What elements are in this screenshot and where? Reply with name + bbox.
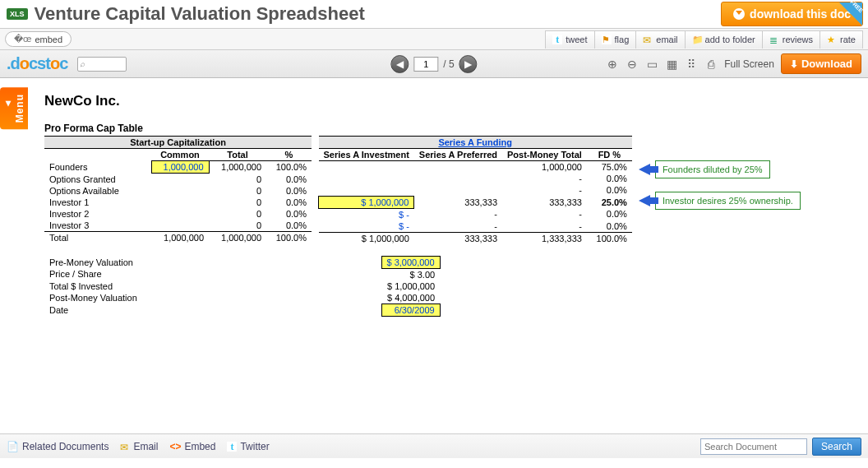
document-viewport[interactable]: NewCo Inc. Pro Forma Cap Table Start-up … [0, 78, 868, 433]
twitter-icon: t [552, 35, 562, 44]
row-options-granted: Options Granted00.0% [44, 174, 312, 185]
thumbnails-icon[interactable]: ⠿ [685, 58, 698, 71]
twitter-label: Twitter [240, 441, 269, 452]
folder-icon [692, 35, 702, 44]
download-this-doc-label: download this doc [750, 7, 851, 21]
title-bar: XLS Venture Capital Valuation Spreadshee… [0, 0, 868, 29]
col-seriesa-inv: Series A Investment [319, 149, 414, 161]
viewer-toolbar: .docstoc ⌕ ◀ / 5 ▶ ⊕ ⊖ ▭ ▦ ⠿ ⎙ Full Scre… [0, 50, 868, 78]
star-icon [827, 35, 837, 44]
startup-cap-table: Start-up Capitalization Common Total % F… [44, 136, 312, 243]
row-investor2: Investor 200.0% [44, 208, 312, 220]
note-founders-diluted: Founders diluted by 25% [655, 160, 770, 178]
arrow-left-icon [639, 195, 650, 206]
rate-label: rate [840, 35, 856, 44]
action-strip: �œ embed ttweet flag email add to folder… [0, 29, 868, 50]
download-this-doc-button[interactable]: download this doc FREE [721, 2, 863, 26]
embed-label: embed [35, 35, 62, 44]
search-document-input[interactable] [700, 438, 807, 455]
free-ribbon: FREE [839, 2, 862, 25]
embed-button[interactable]: �œ embed [5, 31, 72, 47]
menu-side-tab[interactable]: Menu [0, 87, 28, 129]
docstoc-logo[interactable]: .docstoc [7, 54, 67, 73]
section-seriesa-header[interactable]: Series A Funding [319, 137, 632, 149]
twitter-link[interactable]: tTwitter [227, 441, 269, 452]
link-icon: �œ [14, 34, 31, 44]
series-a-table: Series A Funding Series A Investment Ser… [318, 136, 632, 244]
row-founders: Founders 1,000,000 1,000,000 100.0% [44, 161, 312, 174]
twitter-icon: t [227, 442, 237, 452]
flag-button[interactable]: flag [594, 30, 637, 49]
related-documents-link[interactable]: 📄Related Documents [7, 441, 108, 452]
row-investor1: Investor 100.0% [44, 197, 312, 208]
col-fd: FD % [587, 149, 632, 161]
two-page-icon[interactable]: ▦ [665, 58, 678, 71]
tweet-button[interactable]: ttweet [545, 30, 594, 49]
flag-label: flag [615, 35, 630, 44]
email-button[interactable]: email [635, 30, 685, 49]
prev-page-button[interactable]: ◀ [390, 55, 409, 73]
document-page: NewCo Inc. Pro Forma Cap Table Start-up … [44, 93, 848, 317]
section-startup-header: Start-up Capitalization [44, 137, 312, 149]
reviews-label: reviews [783, 35, 813, 44]
fullscreen-button[interactable]: Full Screen [724, 58, 774, 70]
tweet-label: tweet [566, 35, 587, 44]
page-total: / 5 [443, 58, 454, 70]
bottom-bar: 📄Related Documents Email <>Embed tTwitte… [0, 433, 868, 458]
page-number-input[interactable] [413, 57, 438, 72]
rate-button[interactable]: rate [820, 30, 863, 49]
related-label: Related Documents [22, 441, 108, 452]
row-options-available: Options Available00.0% [44, 185, 312, 197]
note-investor-desires: Investor desires 25% ownership. [655, 192, 801, 210]
col-pct: % [266, 149, 312, 161]
col-seriesa-pref: Series A Preferred [414, 149, 502, 161]
row-investor3: Investor 300.0% [44, 220, 312, 232]
cap-table-subtitle: Pro Forma Cap Table [44, 123, 848, 134]
add-to-folder-button[interactable]: add to folder [685, 30, 763, 49]
flag-icon [602, 35, 612, 44]
arrow-left-icon [639, 164, 650, 175]
zoom-in-icon[interactable]: ⊕ [606, 58, 619, 71]
embed-icon: <> [169, 441, 181, 452]
download-button[interactable]: Download [781, 53, 861, 74]
xls-badge: XLS [7, 8, 28, 20]
reviews-button[interactable]: reviews [762, 30, 820, 49]
print-icon[interactable]: ⎙ [704, 58, 718, 71]
row-total: Total1,000,0001,000,000100.0% [44, 231, 312, 243]
add-folder-label: add to folder [705, 35, 755, 44]
download-label: Download [801, 58, 852, 70]
embed-link[interactable]: <>Embed [169, 441, 215, 452]
embed-label-bottom: Embed [184, 441, 215, 452]
col-common: Common [151, 149, 209, 161]
reviews-icon [769, 35, 779, 44]
email-link[interactable]: Email [120, 441, 158, 452]
doc-icon: 📄 [7, 441, 19, 452]
next-page-button[interactable]: ▶ [459, 55, 478, 73]
download-arrow-icon [733, 8, 745, 20]
col-total: Total [209, 149, 266, 161]
annotation-founders-diluted: Founders diluted by 25% [639, 160, 770, 178]
email-label: email [656, 35, 677, 44]
mail-icon [120, 442, 130, 452]
annotation-investor-desires: Investor desires 25% ownership. [639, 192, 801, 210]
valuation-table: Pre-Money Valuation$ 3,000,000 Price / S… [44, 256, 441, 317]
magnifier-slim-icon: ⌕ [80, 59, 85, 68]
company-name: NewCo Inc. [44, 93, 848, 109]
pager: ◀ / 5 ▶ [390, 55, 477, 73]
email-label: Email [133, 441, 158, 452]
fit-page-icon[interactable]: ▭ [645, 58, 658, 71]
document-title: Venture Capital Valuation Spreadsheet [35, 3, 365, 25]
search-button[interactable]: Search [812, 438, 861, 456]
mail-icon [643, 35, 653, 44]
col-postmoney: Post-Money Total [502, 149, 587, 161]
zoom-out-icon[interactable]: ⊖ [626, 58, 639, 71]
viewer-search-slim[interactable]: ⌕ [77, 57, 127, 72]
